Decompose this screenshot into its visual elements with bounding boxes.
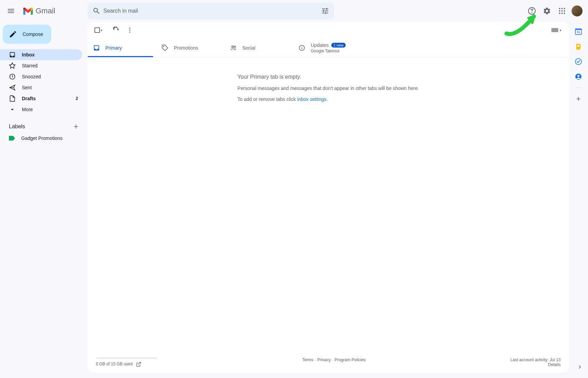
svg-point-5 xyxy=(559,10,560,12)
tab-social[interactable]: Social xyxy=(225,38,293,57)
search-input[interactable] xyxy=(103,8,318,14)
svg-point-25 xyxy=(577,75,579,77)
svg-rect-20 xyxy=(575,29,581,30)
nav-label: Snoozed xyxy=(22,74,41,79)
header-right xyxy=(525,4,585,18)
search-bar xyxy=(88,3,334,19)
search-button[interactable] xyxy=(90,4,103,18)
sidebar-item-more[interactable]: More xyxy=(0,104,82,115)
inbox-icon xyxy=(93,44,100,51)
footer: 0 GB of 15 GB used Terms · Privacy · Pro… xyxy=(88,355,569,373)
body: Compose Inbox Starred Snoozed Sent Draft… xyxy=(0,22,588,378)
draft-icon xyxy=(9,95,16,102)
contacts-addon-button[interactable] xyxy=(572,70,585,83)
svg-point-23 xyxy=(575,58,581,65)
search-icon xyxy=(92,7,101,15)
keep-addon-button[interactable] xyxy=(572,40,585,53)
svg-point-3 xyxy=(561,8,563,9)
compose-button[interactable]: Compose xyxy=(3,25,51,44)
support-button[interactable] xyxy=(525,4,539,18)
terms-link[interactable]: Terms xyxy=(302,357,314,362)
tab-label: Updates xyxy=(311,42,329,48)
input-tools-selector[interactable]: ▾ xyxy=(549,27,563,34)
privacy-link[interactable]: Privacy xyxy=(317,357,331,362)
logo[interactable]: Gmail xyxy=(22,6,55,15)
nav-label: Sent xyxy=(22,85,32,90)
app-name: Gmail xyxy=(36,6,55,15)
apps-button[interactable] xyxy=(555,4,569,18)
tab-promotions[interactable]: Promotions xyxy=(156,38,225,57)
main-menu-button[interactable] xyxy=(3,3,19,19)
sidebar-item-sent[interactable]: Sent xyxy=(0,82,82,93)
refresh-button[interactable] xyxy=(109,23,123,37)
info-icon xyxy=(298,44,305,51)
tab-badge: 1 new xyxy=(331,43,345,48)
open-in-new-icon[interactable] xyxy=(136,362,141,367)
tab-primary[interactable]: Primary xyxy=(88,38,156,57)
tune-icon xyxy=(321,7,329,15)
sidebar-item-drafts[interactable]: Drafts 2 xyxy=(0,93,82,104)
get-addons-button[interactable] xyxy=(572,92,585,106)
hamburger-icon xyxy=(7,7,15,15)
category-tabs: Primary Promotions Social Updates 1 new … xyxy=(88,38,569,57)
toolbar: ▾ ▾ xyxy=(88,22,569,38)
empty-title: Your Primary tab is empty. xyxy=(238,74,419,80)
calendar-addon-button[interactable]: 31 xyxy=(572,25,585,38)
gear-icon xyxy=(543,7,551,15)
sidebar-item-inbox[interactable]: Inbox xyxy=(0,49,82,60)
side-panel: 31 xyxy=(569,22,588,378)
svg-point-2 xyxy=(559,8,560,9)
add-label-button[interactable] xyxy=(71,122,81,131)
tab-updates[interactable]: Updates 1 new Google Takeout xyxy=(293,38,361,57)
search-options-button[interactable] xyxy=(318,4,332,18)
activity-text: Last account activity: Jul 13 xyxy=(510,357,561,362)
sidebar-item-starred[interactable]: Starred xyxy=(0,60,82,71)
svg-text:31: 31 xyxy=(577,30,580,34)
svg-point-1 xyxy=(532,13,532,13)
svg-point-16 xyxy=(232,46,233,48)
inbox-settings-link[interactable]: inbox settings xyxy=(297,96,327,102)
contacts-icon xyxy=(575,73,582,80)
tag-icon xyxy=(162,44,168,51)
labels-title: Labels xyxy=(9,123,25,130)
apps-grid-icon xyxy=(558,7,566,15)
label-tag-icon xyxy=(9,136,15,141)
drafts-count: 2 xyxy=(76,96,78,101)
label-name: Gadget Promotions xyxy=(21,135,63,141)
policies-link[interactable]: Program Policies xyxy=(335,357,366,362)
label-item-gadget-promotions[interactable]: Gadget Promotions xyxy=(0,133,82,144)
help-icon xyxy=(528,7,536,15)
compose-label: Compose xyxy=(23,31,43,37)
svg-point-14 xyxy=(129,31,130,32)
storage-bar xyxy=(96,357,157,359)
svg-point-6 xyxy=(561,10,563,12)
select-all-checkbox[interactable]: ▾ xyxy=(93,26,104,34)
nav-label: More xyxy=(22,107,33,112)
sidebar-item-snoozed[interactable]: Snoozed xyxy=(0,71,82,82)
keyboard-icon xyxy=(551,28,558,32)
tab-subtext: Google Takeout xyxy=(311,49,346,53)
caret-down-icon: ▾ xyxy=(560,28,561,32)
settings-button[interactable] xyxy=(540,4,554,18)
clock-icon xyxy=(9,73,16,80)
header-left: Gmail xyxy=(3,3,88,19)
gmail-logo-icon xyxy=(23,7,33,15)
svg-point-17 xyxy=(234,46,235,47)
tasks-addon-button[interactable] xyxy=(572,55,585,68)
header: Gmail xyxy=(0,0,588,22)
account-avatar[interactable] xyxy=(572,5,583,16)
collapse-panel-button[interactable] xyxy=(574,362,585,373)
empty-state: Your Primary tab is empty. Personal mess… xyxy=(88,57,569,355)
calendar-icon: 31 xyxy=(575,28,582,35)
star-icon xyxy=(9,62,16,69)
details-link[interactable]: Details xyxy=(548,362,561,367)
tab-label: Social xyxy=(242,45,255,51)
footer-right: Last account activity: Jul 13 Details xyxy=(510,357,561,367)
chevron-down-icon xyxy=(9,106,16,113)
more-button[interactable] xyxy=(123,23,137,37)
svg-point-15 xyxy=(163,46,164,47)
pencil-icon xyxy=(9,30,17,38)
panel-divider xyxy=(575,88,582,88)
labels-header: Labels xyxy=(0,120,88,133)
nav-list: Inbox Starred Snoozed Sent Drafts 2 M xyxy=(0,49,88,115)
